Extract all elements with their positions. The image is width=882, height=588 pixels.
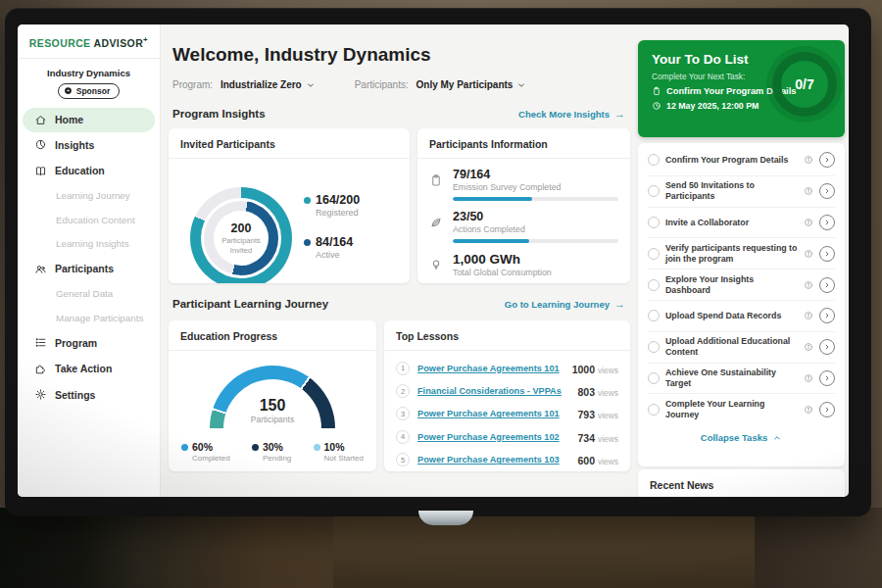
lessons-list: 1 Power Purchase Agreements 101 1000view… <box>384 351 630 471</box>
lesson-rank-badge: 5 <box>396 453 410 466</box>
info-icon[interactable] <box>804 311 813 320</box>
go-to-learning-journey-link[interactable]: Go to Learning Journey <box>505 298 625 310</box>
sidebar-item-label: Education <box>55 165 105 176</box>
lesson-link[interactable]: Power Purchase Agreements 101 <box>417 409 570 418</box>
stat-value: 1,000 GWh <box>453 252 618 267</box>
lesson-link[interactable]: Financial Considerations - VPPAs <box>417 386 570 396</box>
sidebar-item-learning-insights[interactable]: Learning Insights <box>18 232 160 257</box>
top-lessons-card: Top Lessons 1 Power Purchase Agreements … <box>384 320 630 471</box>
sidebar-item-label: Learning Journey <box>56 190 130 201</box>
info-icon[interactable] <box>804 218 813 227</box>
legend-dot-icon <box>304 239 311 246</box>
info-icon[interactable] <box>804 155 813 165</box>
info-icon[interactable] <box>804 405 813 415</box>
task-checkbox[interactable] <box>648 310 660 321</box>
sidebar-item-education-content[interactable]: Education Content <box>18 208 160 232</box>
task-label: Explore Your Insights Dashboard <box>665 274 798 296</box>
stat-progress-fill <box>453 197 532 201</box>
task-checkbox[interactable] <box>648 404 660 416</box>
task-checkbox[interactable] <box>648 279 660 291</box>
task-checkbox[interactable] <box>648 154 660 166</box>
legend-label: Not Started <box>324 454 364 463</box>
recent-news-card: Recent News <box>638 469 845 497</box>
collapse-tasks-label: Collapse Tasks <box>701 432 767 443</box>
sidebar-divider <box>18 58 160 59</box>
sponsor-badge[interactable]: Sponsor <box>58 83 120 99</box>
todo-task-row: Confirm Your Program Details <box>648 145 835 176</box>
lesson-rank-badge: 3 <box>396 407 410 420</box>
donut-legend-registered: 164/200Registered <box>304 193 360 218</box>
task-open-button[interactable] <box>819 308 835 323</box>
info-icon[interactable] <box>804 280 813 290</box>
monitor-bezel: RESOURCE ADVISOR+ Industry Dynamics Spon… <box>5 8 871 516</box>
task-checkbox[interactable] <box>648 185 660 197</box>
task-open-button[interactable] <box>819 277 835 293</box>
legend-dot-icon <box>304 197 311 204</box>
participants-filter-select[interactable]: Only My Participants <box>416 79 527 90</box>
page-title: Welcome, Industry Dynamics <box>172 44 431 66</box>
sidebar-item-program[interactable]: Program <box>18 330 160 357</box>
sidebar-item-label: General Data <box>56 288 113 299</box>
task-checkbox[interactable] <box>648 248 660 260</box>
todo-task-row: Send 50 Invitations to Participants <box>648 176 835 208</box>
education-participants-count: 150 <box>210 397 335 415</box>
invited-participants-card: Invited Participants 200 Participants In… <box>169 128 410 283</box>
stat-progress-track <box>453 197 618 201</box>
sponsor-icon <box>64 86 73 95</box>
legend-label: Registered <box>316 208 360 218</box>
sidebar-item-take-action[interactable]: Take Action <box>18 356 160 382</box>
program-filter-label: Program: <box>172 79 213 90</box>
lesson-link[interactable]: Power Purchase Agreements 102 <box>417 432 570 442</box>
lesson-link[interactable]: Power Purchase Agreements 103 <box>417 455 570 465</box>
task-open-button[interactable] <box>819 152 835 168</box>
task-open-button[interactable] <box>819 215 835 230</box>
info-icon[interactable] <box>804 186 813 196</box>
participants-filter-value: Only My Participants <box>416 79 514 90</box>
photo-background: RESOURCE ADVISOR+ Industry Dynamics Spon… <box>0 0 882 588</box>
gauge-legend-completed: 60%Completed <box>181 441 230 463</box>
lesson-rank-badge: 4 <box>396 430 410 444</box>
sidebar-item-label: Program <box>55 337 97 349</box>
task-label: Verify participants requesting to join t… <box>665 243 798 265</box>
lesson-rank-badge: 1 <box>396 362 410 375</box>
program-filter-select[interactable]: Industrialize Zero <box>220 79 316 90</box>
card-title: Invited Participants <box>169 128 410 159</box>
sidebar-item-general-data[interactable]: General Data <box>18 282 160 307</box>
task-checkbox[interactable] <box>648 341 660 353</box>
sidebar-item-manage-participants[interactable]: Manage Participants <box>18 306 160 330</box>
sidebar-item-insights[interactable]: Insights <box>18 132 160 159</box>
sidebar-item-label: Home <box>55 114 83 125</box>
task-open-button[interactable] <box>819 402 835 417</box>
todo-progress-ring: 0/7 <box>772 52 837 117</box>
info-icon[interactable] <box>804 373 813 383</box>
todo-task-row: Achieve One Sustainability Target <box>648 364 835 395</box>
learning-journey-header: Participant Learning Journey Go to Learn… <box>172 298 625 310</box>
check-more-insights-link[interactable]: Check More Insights <box>518 108 625 120</box>
info-icon[interactable] <box>804 342 813 352</box>
sidebar-item-home[interactable]: Home <box>23 108 155 132</box>
task-open-button[interactable] <box>819 370 835 386</box>
sidebar-item-settings[interactable]: Settings <box>18 382 160 409</box>
task-checkbox[interactable] <box>648 217 660 228</box>
arrow-right-icon <box>614 298 625 310</box>
card-title: Education Progress <box>169 320 376 351</box>
sidebar-item-education[interactable]: Education <box>18 158 160 184</box>
task-open-button[interactable] <box>819 339 835 355</box>
brand-plus: + <box>143 35 148 44</box>
task-open-button[interactable] <box>819 183 835 199</box>
todo-due-date: 12 May 2025, 12:00 PM <box>666 101 759 111</box>
task-open-button[interactable] <box>819 246 835 262</box>
settings-icon <box>34 388 47 401</box>
arrow-right-icon <box>614 108 625 120</box>
leaf-icon <box>429 216 443 229</box>
todo-task-list: Confirm Your Program Details Send 50 Inv… <box>638 143 845 425</box>
invited-donut-chart: 200 Participants Invited <box>190 187 292 283</box>
info-icon[interactable] <box>804 249 813 259</box>
clock-icon <box>652 101 662 111</box>
sidebar-item-learning-journey[interactable]: Learning Journey <box>18 184 160 209</box>
sidebar-nav: HomeInsightsEducationLearning JourneyEdu… <box>18 108 160 409</box>
lesson-link[interactable]: Power Purchase Agreements 101 <box>417 364 564 373</box>
sidebar-item-participants[interactable]: Participants <box>18 256 160 282</box>
collapse-tasks-link[interactable]: Collapse Tasks <box>638 425 845 448</box>
task-checkbox[interactable] <box>648 372 660 384</box>
